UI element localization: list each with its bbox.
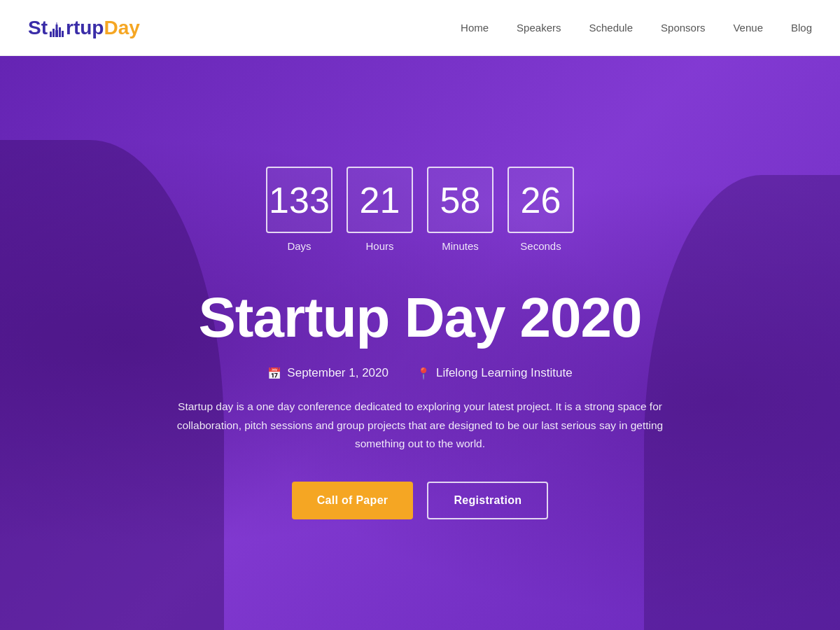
- countdown-seconds-label: Seconds: [520, 240, 561, 252]
- event-description: Startup day is a one day conference dedi…: [158, 398, 682, 453]
- countdown-minutes-label: Minutes: [442, 240, 479, 252]
- nav-speakers[interactable]: Speakers: [517, 22, 561, 34]
- countdown-seconds-value: 26: [507, 167, 574, 233]
- hero-buttons: Call of Paper Registration: [292, 482, 549, 519]
- countdown-days-value: 133: [266, 167, 332, 233]
- event-venue: Lifelong Learning Institute: [436, 366, 573, 380]
- countdown-minutes: 58 Minutes: [427, 167, 493, 252]
- header: St rtup Day Home Speakers Schedul: [0, 0, 840, 56]
- svg-rect-6: [57, 22, 57, 25]
- event-title: Startup Day 2020: [198, 287, 641, 349]
- event-meta: 📅 September 1, 2020 📍 Lifelong Learning …: [267, 366, 572, 380]
- countdown-minutes-value: 58: [427, 167, 493, 233]
- countdown: 133 Days 21 Hours 58 Minutes 26 Seconds: [266, 167, 574, 252]
- svg-rect-1: [52, 29, 55, 37]
- city-skyline-icon: [48, 21, 65, 38]
- hero-content: 133 Days 21 Hours 58 Minutes 26 Seconds …: [158, 167, 682, 519]
- nav-home[interactable]: Home: [461, 22, 489, 34]
- countdown-seconds: 26 Seconds: [507, 167, 574, 252]
- logo-startup-text: St: [28, 17, 48, 39]
- svg-rect-5: [56, 24, 58, 30]
- call-of-paper-button[interactable]: Call of Paper: [292, 482, 414, 519]
- countdown-hours: 21 Hours: [346, 167, 413, 252]
- event-date: September 1, 2020: [287, 366, 388, 380]
- countdown-days: 133 Days: [266, 167, 332, 252]
- svg-rect-0: [50, 31, 52, 37]
- calendar-icon: 📅: [267, 367, 281, 380]
- logo-rtup-text: rtup: [66, 17, 104, 39]
- nav-schedule[interactable]: Schedule: [589, 22, 633, 34]
- event-venue-meta: 📍 Lifelong Learning Institute: [416, 366, 573, 380]
- svg-rect-3: [59, 27, 61, 37]
- nav-venue[interactable]: Venue: [733, 22, 763, 34]
- countdown-days-label: Days: [287, 240, 311, 252]
- nav-blog[interactable]: Blog: [791, 22, 812, 34]
- countdown-hours-label: Hours: [365, 240, 393, 252]
- hero-section: 133 Days 21 Hours 58 Minutes 26 Seconds …: [0, 56, 840, 630]
- countdown-hours-value: 21: [346, 167, 413, 233]
- svg-rect-4: [62, 31, 64, 37]
- location-pin-icon: 📍: [416, 367, 430, 380]
- logo-day-text: Day: [104, 17, 139, 39]
- event-date-meta: 📅 September 1, 2020: [267, 366, 388, 380]
- logo: St rtup Day: [28, 17, 140, 39]
- nav-sponsors[interactable]: Sponsors: [661, 22, 705, 34]
- main-nav: Home Speakers Schedule Sponsors Venue Bl…: [461, 22, 812, 34]
- registration-button[interactable]: Registration: [427, 482, 548, 519]
- svg-rect-2: [55, 30, 58, 37]
